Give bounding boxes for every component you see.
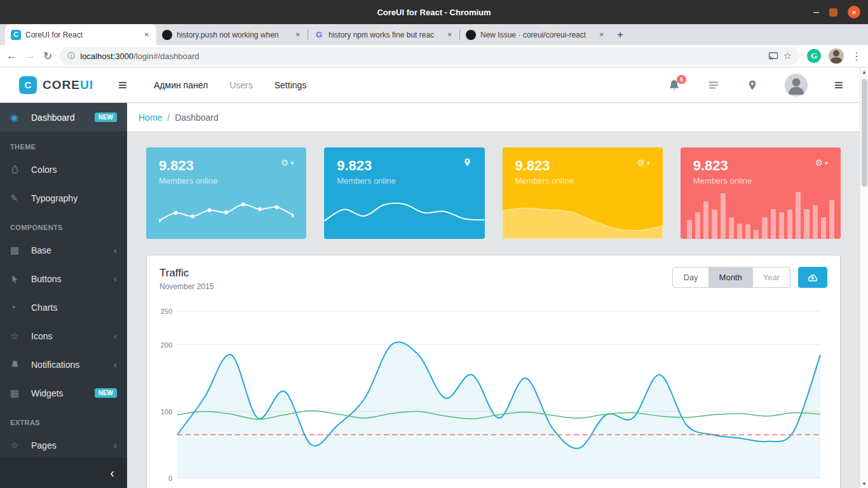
tab-title: history npm works fine but reac (329, 30, 442, 39)
cloud-download-icon (807, 272, 818, 283)
gear-icon: ⚙ (815, 158, 823, 168)
tab-close-icon[interactable]: ✕ (143, 30, 151, 39)
browser-menu-icon[interactable]: ⋮ (851, 50, 862, 62)
sidebar-item-dashboard[interactable]: ◉ Dashboard NEW (0, 103, 127, 132)
user-avatar[interactable] (785, 74, 808, 97)
aside-toggler-icon[interactable]: ≡ (834, 76, 843, 94)
grammarly-extension-icon[interactable]: G (807, 49, 821, 63)
new-tab-button[interactable]: + (611, 26, 629, 44)
browser-tab-coreui[interactable]: C CoreUI for React ✕ (5, 24, 156, 45)
breadcrumb-current: Dashboard (175, 112, 219, 123)
window-title: CoreUI for React - Chromium (377, 8, 491, 17)
chevron-icon: ‹ (114, 440, 117, 451)
bar (703, 201, 709, 239)
download-button[interactable] (798, 267, 827, 288)
window-minimize-button[interactable]: – (813, 9, 819, 15)
breadcrumb-separator: / (167, 112, 170, 123)
tab-title: CoreUI for React (25, 30, 139, 39)
bookmark-star-icon[interactable]: ☆ (783, 50, 792, 62)
tab-close-icon[interactable]: ✕ (294, 30, 302, 39)
sidebar-item-label: Notifications (31, 360, 114, 370)
card-settings-dropdown[interactable]: ⚙▾ (637, 158, 650, 168)
puzzle-icon: ▩ (10, 245, 24, 256)
bar (737, 224, 742, 239)
card-settings-dropdown[interactable]: ⚙▾ (281, 158, 294, 168)
chevron-icon: ‹ (114, 273, 117, 284)
bar (779, 212, 784, 239)
traffic-range-group: Day Month Year (672, 267, 790, 288)
sidebar-section-extras: EXTRAS (0, 407, 127, 431)
stat-card-members-3: 9.823 ⚙▾ Members online (503, 147, 663, 239)
speedometer-icon: ◉ (10, 112, 24, 123)
sidebar-item-buttons[interactable]: Buttons ‹ (0, 264, 127, 293)
sidebar-item-icons[interactable]: ☆ Icons ‹ (0, 322, 127, 350)
stat-cards-row: 9.823 ⚙▾ Members online 9.823 (146, 147, 841, 239)
range-month-button[interactable]: Month (709, 267, 753, 288)
gear-icon: ⚙ (637, 158, 645, 168)
bar (821, 217, 826, 239)
location-pin-icon[interactable] (463, 158, 472, 167)
stat-label: Members online (337, 176, 471, 186)
back-icon[interactable]: ← (6, 50, 17, 62)
coreui-logo[interactable]: C COREUI (0, 76, 109, 94)
notifications-badge: 5 (677, 75, 686, 84)
bar (829, 200, 834, 239)
traffic-chart: 2502001000 (156, 304, 823, 488)
collapse-chevron-icon: ‹ (110, 466, 114, 480)
scrollbar-thumb[interactable] (862, 79, 867, 187)
traffic-card: Traffic November 2015 Day Month Year (146, 255, 841, 488)
svg-text:200: 200 (161, 341, 172, 349)
window-maximize-button[interactable] (829, 8, 837, 17)
forward-icon: → (25, 50, 36, 62)
page-info-icon[interactable]: ⓘ (67, 51, 75, 62)
new-badge: NEW (95, 388, 117, 398)
reload-icon[interactable]: ↻ (43, 50, 52, 63)
sidebar-item-charts[interactable]: ◔ Charts (0, 293, 127, 322)
sidebar-item-label: Typography (31, 193, 117, 203)
range-year-button[interactable]: Year (753, 267, 790, 288)
location-pin-icon[interactable] (747, 79, 758, 91)
sidebar-section-theme: THEME (0, 132, 127, 155)
bar-chart (687, 191, 834, 239)
sidebar-item-colors[interactable]: Colors (0, 155, 127, 184)
caret-down-icon: ▾ (825, 159, 828, 166)
sparkline-chart (159, 196, 294, 233)
browser-tab-github-1[interactable]: history.push not working when ✕ (156, 24, 308, 45)
stat-card-members-2: 9.823 Members online (324, 147, 484, 239)
scroll-up-icon[interactable]: ▲ (862, 67, 867, 76)
sidebar-item-notifications[interactable]: Notifications ‹ (0, 350, 127, 379)
cursor-icon (10, 274, 24, 283)
url-input[interactable]: ⓘ localhost:3000/login#/dashboard ☆ (60, 47, 799, 65)
nav-settings[interactable]: Settings (275, 80, 307, 90)
scroll-down-icon[interactable]: ▼ (862, 479, 867, 488)
sidebar-item-base[interactable]: ▩ Base ‹ (0, 236, 127, 264)
header-nav: Админ панел Users Settings (154, 80, 306, 90)
nav-users[interactable]: Users (229, 80, 253, 90)
range-day-button[interactable]: Day (672, 267, 709, 288)
sidebar-item-typography[interactable]: ✎ Typography (0, 184, 127, 212)
sidebar-minimizer[interactable]: ‹ (0, 458, 127, 488)
nav-admin-panel[interactable]: Админ панел (154, 80, 208, 90)
tab-close-icon[interactable]: ✕ (598, 30, 606, 39)
browser-tab-github-2[interactable]: New Issue · coreui/coreui-react ✕ (460, 24, 611, 45)
chevron-icon: ‹ (114, 245, 117, 255)
github-favicon (466, 30, 476, 40)
page-scrollbar[interactable]: ▲ ▼ (860, 67, 868, 488)
bar (712, 210, 717, 239)
tab-title: New Issue · coreui/coreui-react (480, 30, 593, 39)
breadcrumb-home-link[interactable]: Home (139, 112, 162, 123)
sidebar-toggler-icon[interactable]: ≡ (109, 76, 136, 94)
card-settings-dropdown[interactable]: ⚙▾ (815, 158, 828, 168)
pencil-icon: ✎ (10, 193, 24, 204)
sidebar-item-widgets[interactable]: ▦ Widgets NEW (0, 379, 127, 407)
sidebar-item-pages[interactable]: ☆ Pages ‹ (0, 431, 127, 459)
sidebar: ◉ Dashboard NEW THEME Colors ✎ Typograph… (0, 103, 127, 488)
window-close-button[interactable]: × (848, 6, 860, 18)
cast-icon[interactable] (768, 51, 778, 61)
tab-close-icon[interactable]: ✕ (446, 30, 454, 39)
browser-profile-avatar[interactable] (829, 48, 844, 64)
sidebar-item-label: Base (31, 245, 114, 255)
browser-tab-google[interactable]: G history npm works fine but reac ✕ (308, 24, 459, 45)
list-icon[interactable] (707, 79, 720, 92)
notifications-bell-icon[interactable]: 5 (668, 79, 681, 92)
